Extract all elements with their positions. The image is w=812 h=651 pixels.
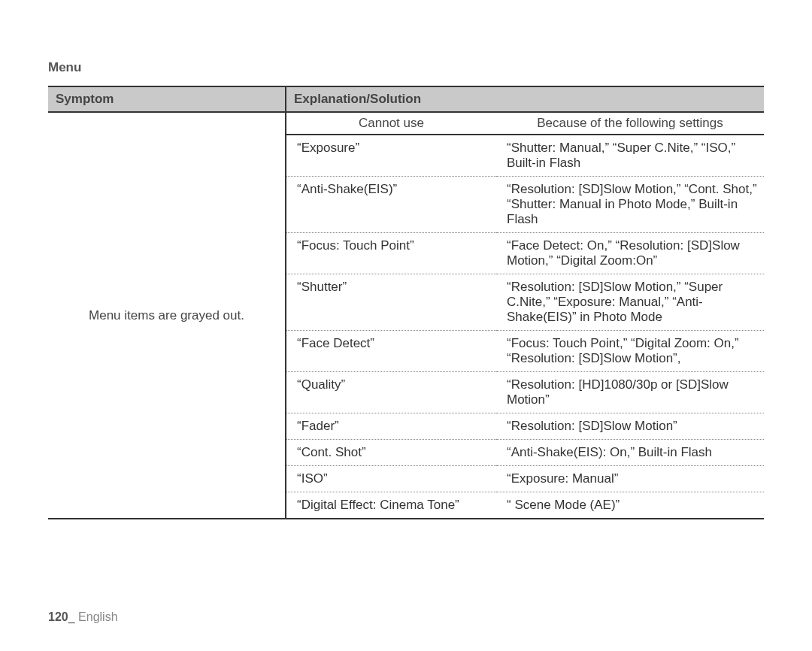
symptom-table: Symptom Explanation/Solution Menu items … — [48, 86, 764, 519]
cannot-use-cell: “Anti-Shake(EIS)” — [286, 177, 496, 233]
subheader-cannot-use: Cannot use — [286, 112, 496, 135]
reason-cell: “ Scene Mode (AE)” — [496, 492, 764, 519]
col-header-explanation: Explanation/Solution — [286, 86, 764, 112]
cannot-use-cell: “Cont. Shot” — [286, 440, 496, 466]
reason-cell: “Resolution: [SD]Slow Motion,” “Super C.… — [496, 274, 764, 331]
footer-separator: _ — [68, 610, 75, 623]
cannot-use-cell: “Face Detect” — [286, 331, 496, 372]
section-title: Menu — [48, 60, 764, 75]
reason-cell: “Focus: Touch Point,” “Digital Zoom: On,… — [496, 331, 764, 372]
reason-cell: “Face Detect: On,” “Resolution: [SD]Slow… — [496, 233, 764, 274]
reason-cell: “Shutter: Manual,” “Super C.Nite,” “ISO,… — [496, 135, 764, 177]
cannot-use-cell: “Exposure” — [286, 135, 496, 177]
cannot-use-cell: “Quality” — [286, 372, 496, 413]
reason-cell: “Exposure: Manual” — [496, 466, 764, 492]
cannot-use-cell: “Digital Effect: Cinema Tone” — [286, 492, 496, 519]
reason-cell: “Anti-Shake(EIS): On,” Built-in Flash — [496, 440, 764, 466]
page-footer: 120_ English — [48, 610, 118, 624]
reason-cell: “Resolution: [SD]Slow Motion” — [496, 413, 764, 440]
col-header-symptom: Symptom — [48, 86, 286, 112]
reason-cell: “Resolution: [HD]1080/30p or [SD]Slow Mo… — [496, 372, 764, 413]
reason-cell: “Resolution: [SD]Slow Motion,” “Cont. Sh… — [496, 177, 764, 233]
cannot-use-cell: “Focus: Touch Point” — [286, 233, 496, 274]
page-language: English — [78, 610, 117, 623]
page-number: 120 — [48, 610, 68, 623]
subheader-because: Because of the following settings — [496, 112, 764, 135]
cannot-use-cell: “ISO” — [286, 466, 496, 492]
cannot-use-cell: “Fader” — [286, 413, 496, 440]
symptom-cell: Menu items are grayed out. — [48, 112, 286, 519]
cannot-use-cell: “Shutter” — [286, 274, 496, 331]
